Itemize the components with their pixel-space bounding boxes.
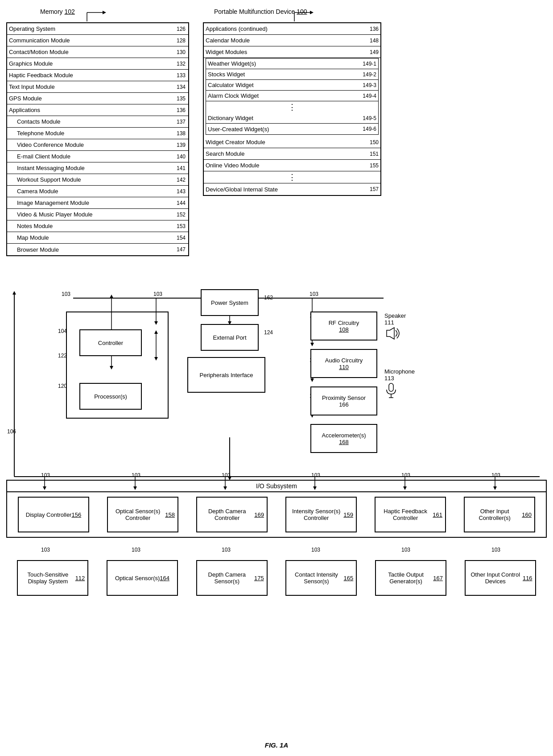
svg-marker-60	[387, 328, 394, 339]
outer-num: 106	[7, 428, 16, 435]
device-row: Search Module151	[204, 148, 380, 160]
controller-box: Controller	[79, 329, 142, 356]
bus-103-1: 103	[153, 291, 162, 297]
bot-103-5: 103	[401, 547, 410, 553]
memory-row: Notes Module153	[7, 220, 188, 232]
device-row: Applications (continued)136	[204, 23, 380, 35]
widget-row: Weather Widget(s)149-1	[206, 58, 378, 69]
memory-row: E-mail Client Module140	[7, 151, 188, 162]
io-controller-box: Haptic Feedback Controller161	[375, 497, 446, 532]
svg-marker-23	[110, 295, 113, 298]
power-num: 162	[264, 295, 273, 301]
device-row: Widget Creator Module150	[204, 137, 380, 148]
power-system-box: Power System	[201, 289, 259, 316]
memory-row: Operating System126	[7, 23, 188, 35]
widget-row: Alarm Clock Widget149-4	[206, 91, 378, 101]
proximity-box: Proximity Sensor166	[310, 386, 377, 415]
widget-row: Stocks Widget149-2	[206, 69, 378, 80]
io-controller-box: Other Input Controller(s)160	[464, 497, 535, 532]
svg-marker-16	[310, 378, 314, 382]
io-title: I/O Subsystem	[7, 481, 546, 492]
memory-row: Communication Module128	[7, 35, 188, 46]
bot-103-6: 103	[491, 547, 500, 553]
bus-103-7: 103	[62, 291, 70, 297]
memory-row: Image Management Module144	[7, 197, 188, 209]
memory-box: Operating System126Communication Module1…	[6, 22, 189, 256]
device-row: Calendar Module148	[204, 35, 380, 46]
memory-row: Video Conference Module139	[7, 139, 188, 151]
fig-label: FIG. 1A	[265, 741, 289, 749]
external-port-box: External Port	[201, 324, 259, 351]
memory-row: Video & Music Player Module152	[7, 209, 188, 220]
io-103-4: 103	[311, 472, 320, 478]
bottom-devices-row: Touch-Sensitive Display System112Optical…	[6, 560, 547, 596]
io-controller-box: Depth Camera Controller169	[196, 497, 268, 532]
audio-box: Audio Circuitry110	[310, 349, 377, 378]
memory-row: GPS Module135	[7, 93, 188, 104]
peripherals-box: Peripherals Interface	[187, 357, 265, 393]
memory-row: Camera Module143	[7, 186, 188, 197]
rf-box: RF Circuitry108	[310, 312, 377, 341]
widget-row: User-Created Widget(s)149-6	[206, 124, 378, 134]
memory-label: Memory 102	[40, 8, 75, 15]
bottom-device-box: Depth Camera Sensor(s)175	[196, 560, 268, 596]
device-box: Applications (continued)136Calendar Modu…	[203, 22, 381, 196]
svg-marker-59	[12, 291, 16, 295]
bottom-device-box: Touch-Sensitive Display System112	[17, 560, 88, 596]
memory-row: Instant Messaging Module141	[7, 162, 188, 174]
device-row: Widget Modules149	[204, 46, 380, 58]
memory-row: Map Module154	[7, 232, 188, 244]
speaker-label: Speaker 111	[384, 312, 406, 341]
memory-row: Applications136	[7, 104, 188, 116]
bot-103-1: 103	[41, 547, 50, 553]
io-controller-box: Optical Sensor(s) Controller158	[107, 497, 178, 532]
io-controller-box: Display Controller156	[18, 497, 89, 532]
bot-103-4: 103	[311, 547, 320, 553]
memory-row: Browser Module147	[7, 244, 188, 255]
memory-row: Contacts Module137	[7, 116, 188, 128]
widget-row: Dictionary Widget149-5	[206, 113, 378, 124]
microphone-label: Microphone 113	[384, 368, 415, 400]
accelerometer-box: Accelerometer(s)168	[310, 424, 377, 453]
memory-row: Graphics Module132	[7, 58, 188, 70]
bottom-device-box: Optical Sensor(s)164	[107, 560, 178, 596]
io-row: Display Controller156Optical Sensor(s) C…	[7, 492, 546, 537]
diagram: Memory 102 Operating System126Communicat…	[0, 0, 553, 756]
io-103-2: 103	[132, 472, 140, 478]
svg-marker-14	[310, 343, 314, 346]
svg-marker-2	[103, 11, 106, 14]
memory-row: Haptic Feedback Module133	[7, 70, 188, 81]
io-controller-box: Intensity Sensor(s) Controller159	[285, 497, 357, 532]
svg-rect-61	[389, 383, 393, 391]
widget-dots: ⋮	[206, 101, 378, 113]
io-103-6: 103	[491, 472, 500, 478]
bottom-device-box: Contact Intensity Sensor(s)165	[285, 560, 357, 596]
bottom-device-box: Tactile Output Generator(s)167	[375, 560, 446, 596]
processor-box: Processor(s)	[79, 383, 142, 410]
memory-row: Workout Support Module142	[7, 174, 188, 186]
bot-103-2: 103	[132, 547, 140, 553]
memory-row: Telephone Module138	[7, 128, 188, 139]
io-103-5: 103	[401, 472, 410, 478]
io-103-3: 103	[222, 472, 231, 478]
widget-modules-box: Weather Widget(s)149-1Stocks Widget149-2…	[206, 58, 379, 135]
io-103-1: 103	[41, 472, 50, 478]
device-label: Portable Multifunction Device 100	[214, 8, 307, 15]
svg-marker-5	[310, 11, 314, 14]
bottom-device-box: Other Input Control Devices116	[465, 560, 536, 596]
widget-row: Calculator Widget149-3	[206, 80, 378, 91]
io-subsystem: I/O Subsystem Display Controller156Optic…	[6, 480, 547, 538]
ext-port-num: 124	[264, 329, 273, 336]
bus-103-3: 103	[310, 291, 318, 297]
device-row: Online Video Module155	[204, 160, 380, 171]
device-dots: ⋮	[204, 171, 380, 183]
memory-row: Text Input Module134	[7, 81, 188, 93]
memory-row: Contact/Motion Module130	[7, 46, 188, 58]
bot-103-3: 103	[222, 547, 231, 553]
device-state-row: Device/Global Internal State157	[204, 183, 380, 195]
